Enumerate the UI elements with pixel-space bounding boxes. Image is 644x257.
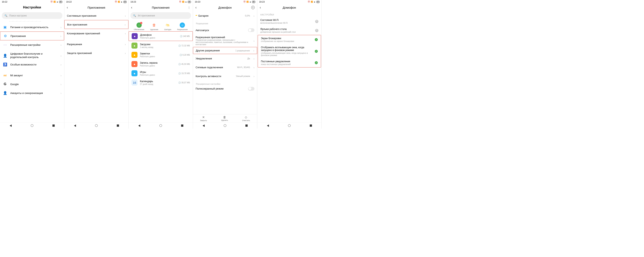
chevron-icon: › [60,25,62,29]
app-size: 🕓140 МБ [180,35,190,37]
row-autostart[interactable]: Автозапуск [193,26,257,34]
question-icon: ? [315,20,318,23]
back-button[interactable]: ‹ [67,5,68,10]
chevron-icon: › [60,34,61,38]
permission-row[interactable]: Состояние Wi-Fi включение/выключение Wi-… [257,17,322,26]
chevron-icon: › [60,91,62,95]
item-app-protection[interactable]: Защита приложений › [64,49,128,57]
app-row[interactable]: ● Запись экрана Работало давно 🕓45,93 МБ [129,59,193,69]
page-title: Домофон [282,6,296,9]
search-icon: 🔍 [133,14,136,17]
signal-icon: 📶 [311,1,313,3]
row-network[interactable]: Сетевые подключения Wi-Fi, 3G/4G › [193,63,257,72]
nav-back[interactable] [10,124,12,127]
nav-recent[interactable] [310,124,312,127]
permission-title: Постоянные уведомления [261,60,313,63]
item-clone-apps[interactable]: Клонирование приложений › [64,29,128,38]
toolbar-permissions[interactable]: ☺ Разрешения [177,22,188,30]
toolbar-getapps[interactable]: 🛍 GetApps [164,22,171,30]
clock-icon: 🕓 [178,81,181,84]
toggle-autostart[interactable] [248,28,254,32]
settings-item-accounts[interactable]: 👤 Аккаунты и синхронизация › [0,89,64,97]
apps-menu-list: Системные приложения › Все приложения › … [64,11,128,122]
action-delete[interactable]: 🗑 Удалить [221,115,228,121]
settings-item-accessibility[interactable]: ♿ Особые возможности › [0,60,64,69]
settings-item-google[interactable]: G Google › [0,80,64,89]
app-row[interactable]: 16 Календарь 27 дней назад 🕓30,07 МБ [129,78,193,87]
label: Особые возможности [10,63,58,66]
page-title: Приложения [88,6,105,9]
nav-bar [0,122,64,128]
toggle-fullscreen[interactable] [248,87,254,91]
nav-home[interactable] [224,124,226,127]
value: 1 разрешение [235,49,250,52]
settings-item-power[interactable]: ▣ Питание и производительность › [0,23,64,31]
nav-home[interactable] [288,124,291,127]
nav-recent[interactable] [117,124,119,127]
row-activity-control[interactable]: Контроль активности Умный режим › [193,72,257,80]
row-fullscreen[interactable]: Полноэкранный режим [193,86,257,91]
toolbar-delete[interactable]: 🗑 Удаление [150,22,158,30]
clock: 19:23 [195,0,200,3]
nav-back[interactable] [267,124,269,127]
value: Wi-Fi, 3G/4G [237,66,250,68]
search-input[interactable]: 🔍 84 приложения [130,12,191,19]
label: Разрешения [177,28,188,30]
back-button[interactable]: ‹ [131,5,132,10]
nav-back[interactable] [202,124,204,127]
label: Защита приложений [67,52,122,55]
permission-row[interactable]: Ярлыки рабочего стола добавление ярлыков… [257,26,322,35]
label: Расширенные настройки [10,43,58,46]
nav-home[interactable] [31,124,33,127]
permission-row[interactable]: Отображать всплывающие окна, когда запущ… [258,44,321,58]
row-other-permissions[interactable]: Другие разрешения 1 разрешение › [193,47,257,54]
nav-bar [129,122,193,128]
accessibility-icon: ♿ [2,62,8,67]
permission-row[interactable]: Экран блокировки отображение на экране б… [258,35,321,44]
app-row[interactable]: ● Заметки Работало давно 🕓9,20 МБ [129,50,193,59]
nav-back[interactable] [138,124,140,127]
app-subtext: Работало давно [140,55,177,58]
toolbar-updates[interactable]: ↑1 Обновления [134,22,144,30]
chevron-icon: › [253,49,254,52]
row-app-permissions[interactable]: Разрешения приложений Управление разреше… [193,34,257,47]
nav-recent[interactable] [246,124,248,127]
back-button[interactable]: ‹ [260,5,261,10]
settings-item-wellbeing[interactable]: 👤 Цифровое благополучие и родительский к… [0,51,64,60]
status-icons: ⏰ 📶 ▲ 65 [50,1,62,3]
action-clear[interactable]: ◇ Очистить [242,115,250,121]
header: ‹ Приложения [64,3,128,11]
nav-recent[interactable] [52,124,55,127]
nav-back[interactable] [74,124,76,127]
permission-row[interactable]: Постоянные уведомления показ постоянных … [258,58,321,67]
chevron-icon: › [254,14,254,17]
settings-item-apps[interactable]: ⚙ Приложения › [0,31,64,40]
item-all-apps[interactable]: Все приложения › [64,20,128,29]
app-row[interactable]: ● Загрузки 1 месяц назад 🕓72,32 МБ [129,41,193,50]
settings-item-advanced[interactable]: ⋯ Расширенные настройки › [0,40,64,49]
app-name: Календарь [140,80,176,83]
item-permissions[interactable]: Разрешения › [64,40,128,49]
label: Google [10,83,58,86]
header: ‹ Домофон i [193,3,257,11]
item-system-apps[interactable]: Системные приложения › [64,11,128,20]
battery-icon: ▣ [2,25,8,29]
nav-recent[interactable] [181,124,183,127]
status-icons: ⏰ 📶 ▲ 65 [244,1,255,3]
app-row[interactable]: ● Игры Работало давно 🕓19,78 МБ [129,69,193,78]
more-icon[interactable]: ⋮ [188,6,190,9]
nav-home[interactable] [95,124,98,127]
row-notifications[interactable]: Уведомления Да › [193,54,257,63]
back-button[interactable]: ‹ [195,5,196,10]
info-button[interactable]: i [251,6,255,9]
app-row[interactable]: ● Домофон Работало давно 🕓140 МБ [129,31,193,41]
settings-item-mi-account[interactable]: mi Mi аккаунт › [0,71,64,80]
action-close[interactable]: ✕ Закрыть [200,115,207,121]
nav-home[interactable] [160,124,162,127]
search-placeholder: Поиск настроек [9,14,27,17]
header: ‹ Приложения ⋮ [129,3,193,11]
wifi-icon: ▲ [250,1,251,3]
chevron-icon: › [125,42,126,46]
search-input[interactable]: 🔍 Поиск настроек [2,12,62,19]
row-battery[interactable]: Батарея 0,0% › [193,11,257,20]
